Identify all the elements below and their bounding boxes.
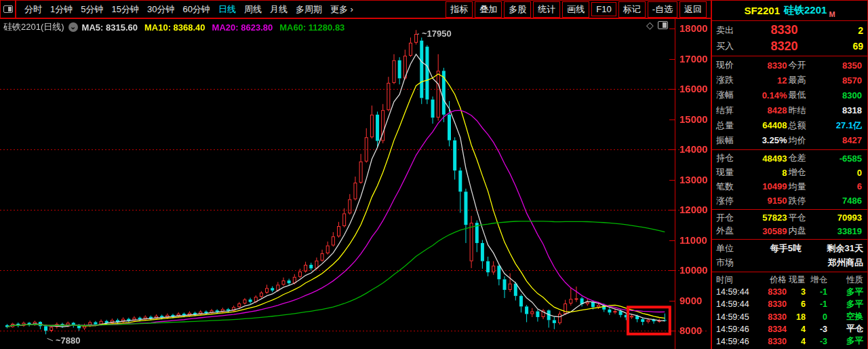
bid-label: 买入 (716, 40, 741, 52)
menu-15min[interactable]: 15分钟 (107, 1, 142, 18)
market-label: 市场 (716, 257, 739, 269)
menu-timeshare[interactable]: 分时 (20, 1, 46, 18)
quote-row: 振幅3.25%均价8427 (716, 133, 863, 148)
contract-badge: M (829, 10, 835, 20)
btn-back[interactable]: 返回 (679, 1, 707, 18)
diamond-marker-icon[interactable]: ◇ (646, 20, 654, 31)
chart-title: 硅铁2201(日线) (3, 21, 64, 33)
market-value: 郑州商品 (802, 257, 863, 269)
tick-row: 14:59:458330180空换 (716, 311, 863, 323)
menu-30min[interactable]: 30分钟 (143, 1, 178, 18)
contract-info: 单位 每手5吨 剩余31天 市场 郑州商品 (712, 240, 867, 272)
contract-code: SF2201 (744, 5, 780, 16)
quote-row: 结算8428昨结8318 (716, 103, 863, 118)
menu-5min[interactable]: 5分钟 (77, 1, 107, 18)
position-row: 持仓48493仓差-6585 (716, 151, 863, 166)
menu-weekly[interactable]: 周线 (240, 1, 266, 18)
top-toolbar: 分时1分钟5分钟15分钟30分钟60分钟日线周线月线多周期更多 › 指标叠加多股… (0, 0, 711, 19)
open-close-stats: 开仓57823平仓70993外盘30589内盘33819 (712, 210, 867, 240)
btn-remove-watchlist[interactable]: -自选 (648, 1, 677, 18)
menu-multi-period[interactable]: 多周期 (292, 1, 326, 18)
menu-monthly[interactable]: 月线 (266, 1, 292, 18)
menu-daily[interactable]: 日线 (214, 1, 240, 18)
trading-app: 分时1分钟5分钟15分钟30分钟60分钟日线周线月线多周期更多 › 指标叠加多股… (0, 0, 868, 349)
contract-header: SF2201 硅铁2201 M (712, 1, 867, 21)
bid-ask-block: 卖出 8330 2 买入 8320 69 (712, 21, 867, 56)
ma5-value: MA5: 8315.60 (82, 22, 138, 33)
ma-values: MA5: 8315.60MA10: 8368.40MA20: 8623.80MA… (82, 22, 352, 33)
position-stats: 持仓48493仓差-6585现量8增仓0笔数10499均量6涨停9150跌停74… (712, 150, 867, 210)
position-row: 涨停9150跌停7486 (716, 194, 863, 208)
btn-draw-line[interactable]: 画线 (562, 1, 589, 18)
collapse-legend-icon[interactable]: ⌄ (68, 22, 78, 32)
flow-row: 外盘30589内盘33819 (716, 225, 863, 238)
split-view-icon[interactable] (658, 21, 668, 29)
btn-statistics[interactable]: 统计 (533, 1, 560, 18)
quote-row: 涨幅0.14%最低8300 (716, 88, 863, 103)
contract-name: 硅铁2201 (784, 4, 827, 17)
chart-corner-tools: ◇ (646, 20, 668, 31)
ask-price: 8330 (741, 23, 828, 37)
tick-row: 14:59:4483306-1多平 (716, 298, 863, 310)
quote-row: 涨跌12最高8570 (716, 73, 863, 88)
ma60-value: MA60: 11280.83 (279, 22, 344, 33)
btn-multi-stock[interactable]: 多股 (504, 1, 531, 18)
quote-panel: SF2201 硅铁2201 M 卖出 8330 2 买入 8320 69 现价8… (711, 0, 868, 349)
tick-row: 14:59:4483303-1多平 (716, 286, 863, 298)
ma10-value: MA10: 8368.40 (144, 22, 205, 33)
tick-table-header: 时间价格现量增仓性质 (716, 274, 863, 286)
days-remaining: 剩余31天 (802, 242, 863, 255)
ma20-value: MA20: 8623.80 (212, 22, 273, 33)
candlestick-chart[interactable] (0, 19, 711, 349)
position-row: 现量8增仓0 (716, 166, 863, 180)
menu-more[interactable]: 更多 › (326, 1, 357, 18)
bid-qty: 69 (828, 41, 863, 52)
btn-overlay[interactable]: 叠加 (475, 1, 502, 18)
quote-row: 现价8330今开8350 (716, 58, 863, 73)
menu-60min[interactable]: 60分钟 (178, 1, 214, 18)
split-window-icon (3, 5, 13, 13)
ask-qty: 2 (828, 25, 863, 36)
tick-row: 14:59:4683344-3平仓 (716, 323, 863, 335)
ask-row[interactable]: 卖出 8330 2 (716, 23, 863, 37)
btn-f10[interactable]: F10 (591, 2, 616, 16)
unit-label: 单位 (716, 242, 739, 255)
quote-row: 总量64408总额27.1亿 (716, 118, 863, 133)
period-menu: 分时1分钟5分钟15分钟30分钟60分钟日线周线月线多周期更多 › (20, 1, 357, 18)
tick-row: 14:59:4683304-3多平 (716, 335, 863, 348)
tick-table: 时间价格现量增仓性质14:59:4483303-1多平14:59:4483306… (712, 272, 867, 349)
menu-1min[interactable]: 1分钟 (46, 1, 77, 18)
unit-value: 每手5吨 (739, 242, 802, 255)
toolbar-buttons: 指标叠加多股统计画线F10标记-自选返回 (443, 1, 707, 18)
bid-price: 8320 (741, 39, 828, 54)
chart-legend: 硅铁2201(日线) ⌄ MA5: 8315.60MA10: 8368.40MA… (3, 21, 351, 33)
layout-toggle-button[interactable] (1, 1, 16, 18)
btn-indicator[interactable]: 指标 (446, 1, 473, 18)
btn-mark[interactable]: 标记 (618, 1, 646, 18)
bid-row[interactable]: 买入 8320 69 (716, 39, 863, 54)
ask-label: 卖出 (716, 24, 741, 37)
quote-stats: 现价8330今开8350涨跌12最高8570涨幅0.14%最低8300结算842… (712, 56, 867, 150)
flow-row: 开仓57823平仓70993 (716, 211, 863, 225)
position-row: 笔数10499均量6 (716, 180, 863, 194)
